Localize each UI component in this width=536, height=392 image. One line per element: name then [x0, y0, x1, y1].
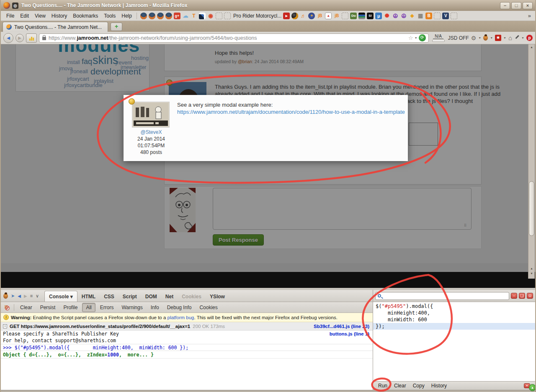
source-link[interactable]: Sb39cf...d461.js (line 23) [314, 324, 371, 329]
console-filter-button[interactable]: Profile [60, 303, 81, 312]
lastpass-icon[interactable]: ✱ [495, 35, 501, 41]
s-icon[interactable]: S! [367, 13, 374, 19]
do-icon[interactable]: Do [350, 13, 357, 19]
firebug-tab[interactable]: HTML [77, 291, 100, 302]
badge-icon[interactable]: ✦ [308, 13, 315, 19]
colorpicker-icon[interactable] [514, 36, 519, 41]
peace-icon-2[interactable]: ☮ [400, 13, 407, 19]
pinterest-icon[interactable]: p [526, 35, 533, 41]
console-filter-button[interactable]: Persist [37, 303, 59, 312]
firebug-back-icon[interactable]: ◀ [18, 294, 21, 298]
music-note-icon[interactable]: ♬ [300, 13, 307, 19]
browser-tab[interactable]: Two Questions.... - The Jamroom Net... [3, 22, 108, 32]
console-action-button[interactable]: Clear [394, 383, 406, 389]
empty-bookmark-icon-4[interactable] [434, 13, 441, 19]
menu-item[interactable]: File [3, 12, 17, 20]
home-icon[interactable]: ⌂ [508, 34, 512, 41]
maximize-button[interactable]: □ [511, 2, 521, 9]
peace-icon-1[interactable]: ☮ [392, 13, 399, 19]
console-filter-button[interactable]: All [82, 303, 95, 312]
firebug-tab[interactable]: Cookies [178, 291, 206, 302]
expand-icon[interactable]: + [3, 324, 7, 328]
bookmark-label[interactable]: Pro Rider Motorcycl... [233, 13, 281, 19]
editor-line[interactable]: minWidth: 600 [373, 316, 535, 323]
cloud-icon[interactable]: ☁ [182, 13, 189, 19]
empty-bookmark-icon-3[interactable] [342, 13, 348, 19]
forum-avatar-icon-4[interactable] [165, 13, 172, 19]
panel-list-icon[interactable]: ≡ [30, 293, 33, 298]
blogger-icon[interactable]: B [425, 13, 432, 19]
lastpass-dropdown-icon[interactable]: ▼ [503, 36, 506, 39]
back-button[interactable]: ◀ [3, 33, 13, 43]
empty-bookmark-icon-1[interactable] [216, 13, 222, 19]
url-bar[interactable]: https://www.jamroom.net/the-jamroom-netw… [39, 33, 429, 43]
reload-button[interactable]: ⟳ [419, 34, 426, 41]
colorpicker-dropdown-icon[interactable]: ▼ [521, 36, 524, 39]
spark-icon[interactable]: ◆ [409, 13, 415, 19]
jb-icon-2[interactable]: jB [333, 13, 340, 19]
firebug-forward-icon[interactable]: ▶ [24, 294, 27, 298]
console-filter-button[interactable]: Errors [97, 303, 117, 312]
menu-item[interactable]: History [49, 12, 70, 20]
inspect-icon[interactable]: ➤ [11, 293, 15, 299]
page-scrollbar[interactable]: ▲ ▲ ▼ [528, 44, 535, 279]
console-action-button[interactable]: Run [378, 383, 387, 389]
new-tab-button[interactable]: + [111, 23, 122, 31]
forward-button[interactable]: ▶ [15, 34, 24, 42]
googleplus-icon[interactable]: g+ [174, 13, 180, 19]
menu-item[interactable]: Bookmarks [70, 12, 101, 20]
menu-item[interactable]: Tools [101, 12, 119, 20]
console-filter-button[interactable]: Warnings [118, 303, 146, 312]
stripes-icon[interactable] [358, 13, 365, 19]
firebug-minimize-button[interactable]: − [511, 293, 517, 299]
bookmark-star-icon[interactable]: ☆ [408, 35, 413, 41]
search-input[interactable] [375, 292, 509, 300]
editor-line[interactable]: $("#p5495").modal({ [373, 303, 535, 310]
forum-avatar-icon-3[interactable] [157, 13, 164, 19]
minimize-button[interactable]: – [500, 2, 510, 9]
menu-item[interactable]: Edit [17, 12, 32, 20]
wf-icon[interactable]: ▲ [325, 13, 332, 19]
firebug-tab[interactable]: YSlow [206, 291, 229, 302]
sphere-icon[interactable] [291, 13, 298, 19]
modal-avatar[interactable] [132, 102, 170, 128]
panel-chevron-icon[interactable]: ∨ [36, 293, 39, 299]
bookmarks-overflow-chevron[interactable]: » [526, 13, 533, 19]
firebug-detach-button[interactable]: ❏ [519, 293, 525, 299]
firebug-power-button[interactable]: ⊙ [527, 293, 533, 299]
scroll-up-icon[interactable]: ▲ [528, 46, 535, 49]
console-filter-button[interactable]: Cookies [196, 303, 221, 312]
break-on-error-icon[interactable] [3, 304, 10, 310]
burst-icon[interactable]: ✺ [384, 13, 390, 19]
site-chart-button[interactable] [26, 33, 37, 43]
forum-avatar-icon-1[interactable] [140, 13, 147, 19]
pixel-icon[interactable] [199, 13, 206, 19]
gear-dropdown-icon[interactable]: ▼ [478, 36, 481, 39]
platform-bug-link[interactable]: platform bug [168, 315, 194, 320]
scroll-thumb[interactable] [529, 181, 534, 236]
gear-icon[interactable]: ⚙ [471, 35, 477, 41]
console-filter-button[interactable]: Clear [17, 303, 36, 312]
command-editor[interactable]: $("#p5495").modal({ minHeight:400, minWi… [373, 302, 535, 381]
close-button[interactable]: × [523, 2, 533, 9]
console-action-button[interactable]: Copy [413, 383, 425, 389]
swirl-icon[interactable]: ◉ [207, 13, 214, 19]
console-action-button[interactable]: History [431, 383, 447, 389]
source-link[interactable]: buttons.js (line 1) [330, 331, 371, 336]
firebug-tab[interactable]: Net [161, 291, 178, 302]
firebug-toolbar-icon[interactable] [483, 35, 488, 41]
menu-item[interactable]: View [32, 12, 49, 20]
editor-line[interactable]: minHeight:400, [373, 310, 535, 316]
url-dropdown-icon[interactable]: ▼ [415, 36, 417, 39]
firebug-tab[interactable]: DOM [141, 291, 161, 302]
scroll-top-button[interactable]: ▲ [529, 384, 536, 391]
console-filter-button[interactable]: Debug Info [164, 303, 195, 312]
menu-item[interactable]: Help [119, 12, 135, 20]
mu-icon[interactable]: μ [375, 13, 382, 19]
jb-icon-1[interactable]: jB [317, 13, 323, 19]
console-result-row[interactable]: Object { d={...}, o={...}, zIndex=1000, … [1, 351, 373, 359]
firebug-tab[interactable]: Console ▾ [44, 291, 77, 302]
console-filter-button[interactable]: Info [147, 303, 162, 312]
youtube-icon[interactable]: ▸ [283, 13, 290, 19]
firebug-menu-icon[interactable] [3, 293, 8, 299]
